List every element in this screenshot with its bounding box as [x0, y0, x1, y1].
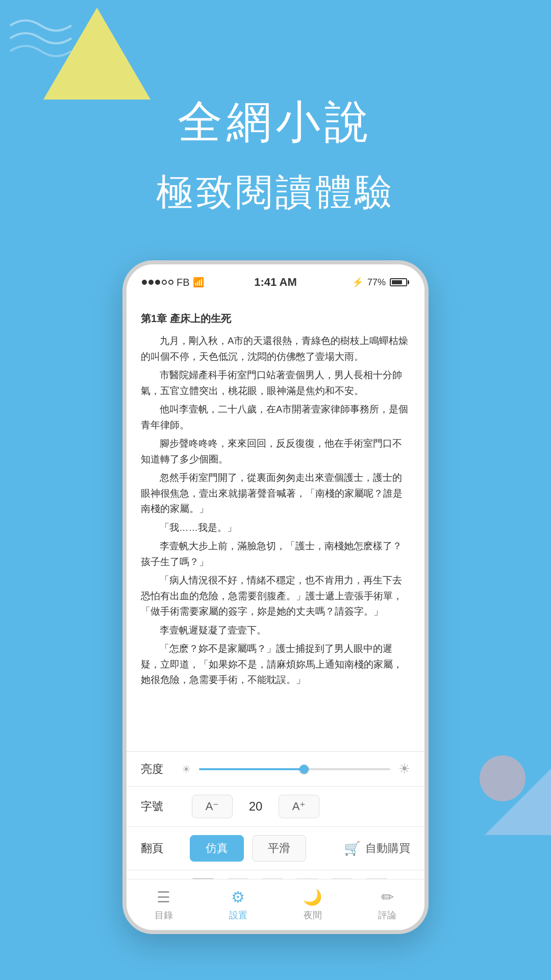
dot2 — [148, 280, 154, 285]
book-paragraph: 「我……我是。」 — [141, 520, 410, 536]
list-icon: ☰ — [157, 888, 170, 906]
nav-label-comment: 評論 — [378, 909, 396, 921]
battery-percent: 77% — [367, 277, 386, 288]
auto-buy-section[interactable]: 🛒 自動購買 — [344, 841, 410, 856]
bg-triangle-yellow — [41, 5, 153, 104]
chapter-title: 第1章 產床上的生死 — [141, 310, 410, 327]
auto-buy-label: 自動購買 — [365, 841, 410, 856]
book-paragraph: 李壹帆遲疑凝了壹壹下。 — [141, 623, 410, 639]
book-text: 九月，剛入秋，A市的天還很熱，青綠色的樹枝上鳴蟬枯燥的叫個不停，天色低沉，沈悶的… — [141, 333, 410, 688]
nav-item-contents[interactable]: ☰ 目錄 — [155, 888, 173, 921]
nav-label-settings: 設置 — [229, 909, 247, 921]
brightness-label: 亮度 — [141, 762, 182, 777]
status-left: FB 📶 — [142, 277, 204, 288]
brightness-slider[interactable] — [199, 768, 390, 770]
pageturn-label: 翻頁 — [141, 841, 182, 856]
font-decrease-button[interactable]: A⁻ — [192, 795, 233, 818]
pageturn-row: 翻頁 仿真 平滑 🛒 自動購買 — [127, 827, 424, 870]
nav-item-comment[interactable]: ✏ 評論 — [378, 888, 396, 921]
font-increase-button[interactable]: A⁺ — [279, 795, 319, 818]
nav-item-settings[interactable]: ⚙ 設置 — [229, 888, 247, 921]
bottom-navigation: ☰ 目錄 ⚙ 設置 🌙 夜間 ✏ 評論 — [127, 879, 424, 930]
svg-marker-0 — [43, 8, 151, 100]
phone-body: FB 📶 1:41 AM ⚡ 77% 第1章 產床上的生死 九月，剛入秋，A市的 — [122, 260, 429, 934]
moon-icon: 🌙 — [303, 888, 322, 906]
dot1 — [142, 280, 147, 285]
bluetooth-icon: ⚡ — [352, 277, 363, 288]
main-title: 全網小說 — [0, 92, 551, 153]
dot4 — [162, 280, 167, 285]
battery-fill — [392, 280, 402, 284]
book-paragraph: 九月，剛入秋，A市的天還很熱，青綠色的樹枝上鳴蟬枯燥的叫個不停，天色低沉，沈悶的… — [141, 333, 410, 364]
phone-mockup: FB 📶 1:41 AM ⚡ 77% 第1章 產床上的生死 九月，剛入秋，A市的 — [122, 260, 429, 934]
font-row: 字號 A⁻ 20 A⁺ — [127, 787, 424, 827]
nav-item-night[interactable]: 🌙 夜間 — [303, 888, 322, 921]
carrier-label: FB — [177, 277, 190, 288]
signal-dots — [142, 280, 173, 285]
battery-tip — [408, 280, 409, 284]
content-fade — [127, 731, 424, 751]
battery-icon — [390, 278, 409, 286]
book-paragraph: 「怎麽？妳不是家屬嗎？」護士捕捉到了男人眼中的遲疑，立即道，「如果妳不是，請麻煩… — [141, 641, 410, 688]
wifi-icon: 📶 — [193, 277, 204, 288]
book-paragraph: 市醫院婦產科手術室門口站著壹個男人，男人長相十分帥氣，五官立體突出，桃花眼，眼神… — [141, 368, 410, 399]
brightness-control[interactable]: ☀ ☀ — [182, 761, 410, 777]
status-time: 1:41 AM — [254, 276, 297, 289]
cart-icon: 🛒 — [344, 841, 360, 856]
battery-body — [390, 278, 407, 286]
sun-small-icon: ☀ — [182, 763, 191, 775]
book-paragraph: 「病人情況很不好，情緒不穩定，也不肯用力，再生下去恐怕有出血的危險，急需要剖腹產… — [141, 573, 410, 620]
book-paragraph: 忽然手術室門開了，從裏面匆匆走出來壹個護士，護士的眼神很焦急，壹出來就揚著聲音喊… — [141, 470, 410, 517]
font-size-value: 20 — [243, 799, 268, 814]
pageturn-simulated-button[interactable]: 仿真 — [190, 835, 244, 862]
slider-thumb[interactable] — [299, 765, 309, 774]
brightness-row: 亮度 ☀ ☀ — [127, 752, 424, 787]
gear-icon: ⚙ — [231, 888, 245, 906]
book-paragraph: 他叫李壹帆，二十八歲，在A市開著壹家律師事務所，是個青年律師。 — [141, 402, 410, 433]
status-bar: FB 📶 1:41 AM ⚡ 77% — [127, 264, 424, 300]
book-paragraph: 李壹帆大步上前，滿臉急切，「護士，南棧她怎麽樣了？孩子生了嗎？」 — [141, 538, 410, 570]
sun-large-icon: ☀ — [398, 761, 410, 777]
book-paragraph: 腳步聲咚咚咚，來來回回，反反復復，他在手術室門口不知道轉了多少個圈。 — [141, 436, 410, 467]
font-label: 字號 — [141, 799, 182, 814]
status-right: ⚡ 77% — [352, 277, 409, 288]
slider-fill — [199, 768, 304, 770]
sub-title: 極致閱讀體驗 — [0, 168, 551, 217]
book-content[interactable]: 第1章 產床上的生死 九月，剛入秋，A市的天還很熱，青綠色的樹枝上鳴蟬枯燥的叫個… — [127, 300, 424, 751]
dot5 — [168, 280, 173, 285]
pageturn-smooth-button[interactable]: 平滑 — [252, 835, 306, 862]
dot3 — [155, 280, 160, 285]
nav-label-contents: 目錄 — [155, 909, 173, 921]
nav-label-night: 夜間 — [304, 909, 322, 921]
header-section: 全網小說 極致閱讀體驗 — [0, 92, 551, 217]
edit-icon: ✏ — [381, 888, 394, 906]
bg-circle-pink — [480, 755, 525, 801]
